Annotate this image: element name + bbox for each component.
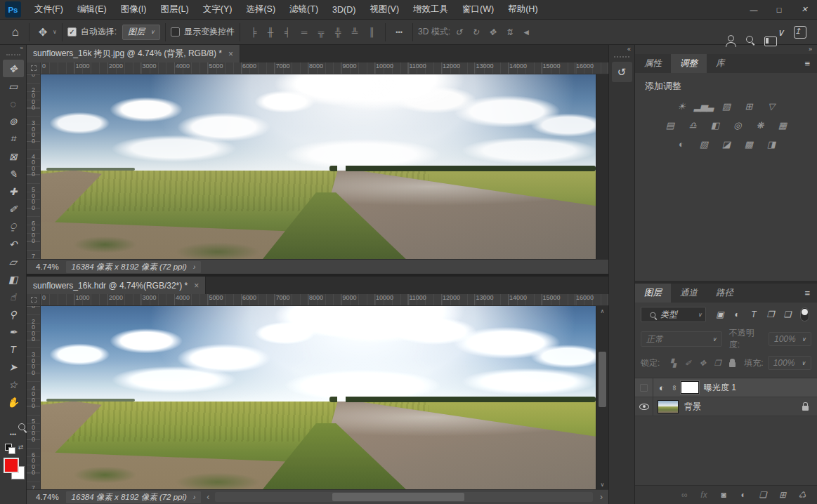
tool-marquee[interactable]: ▭ bbox=[3, 77, 24, 95]
layer-filter-dropdown[interactable]: 类型 ∨ bbox=[641, 307, 706, 322]
tool-smudge[interactable]: ☝ bbox=[3, 288, 24, 305]
adj-curves-icon[interactable]: ▨ bbox=[719, 100, 733, 112]
menu-item[interactable]: 图像(I) bbox=[114, 0, 154, 19]
align-middle-icon[interactable]: ╬ bbox=[329, 24, 346, 41]
layer-thumbnail[interactable] bbox=[658, 400, 679, 413]
adj-channel-mixer-icon[interactable]: ❋ bbox=[753, 119, 767, 131]
distribute-v-icon[interactable]: ║ bbox=[363, 24, 380, 41]
scroll-left-icon[interactable]: ‹ bbox=[201, 492, 215, 502]
filter-smart-objects-icon[interactable]: ❏ bbox=[780, 307, 795, 321]
lock-pixels-icon[interactable]: ✐ bbox=[683, 357, 693, 369]
adj-black-white-icon[interactable]: ◧ bbox=[708, 119, 722, 131]
align-left-icon[interactable]: ╞ bbox=[245, 24, 262, 41]
tool-dodge[interactable]: ⚲ bbox=[3, 305, 24, 323]
adj-gradient-map-icon[interactable]: ▩ bbox=[742, 138, 756, 150]
scroll-down-icon[interactable]: ∨ bbox=[601, 479, 605, 489]
doc2-hscroll-thumb[interactable] bbox=[332, 493, 464, 501]
adj-photo-filter-icon[interactable]: ◎ bbox=[731, 119, 745, 131]
visibility-toggle[interactable] bbox=[635, 378, 653, 397]
menu-item[interactable]: 图层(L) bbox=[153, 0, 195, 19]
swap-colors-icon[interactable]: ⇄ bbox=[18, 444, 24, 451]
doc2-dimensions[interactable]: 16384 像素 x 8192 像素 (72 ppi) › bbox=[66, 491, 202, 503]
share-icon[interactable]: ↥ bbox=[790, 23, 810, 41]
tool-crop[interactable]: ⌗ bbox=[3, 130, 24, 147]
layer-effects-icon[interactable]: fx bbox=[696, 488, 712, 502]
history-panel-icon[interactable]: ↺ bbox=[612, 62, 632, 82]
distribute-h-icon[interactable]: ═ bbox=[296, 24, 313, 41]
tool-hand[interactable]: ✋ bbox=[3, 393, 24, 411]
toolbar-grip[interactable] bbox=[6, 54, 20, 58]
maximize-button[interactable]: □ bbox=[766, 0, 792, 19]
canvas-doc1[interactable] bbox=[41, 74, 596, 259]
filter-shape-layers-icon[interactable]: ❒ bbox=[764, 307, 778, 321]
3d-roll-icon[interactable]: ↻ bbox=[467, 24, 484, 41]
3d-slide-icon[interactable]: ⇅ bbox=[501, 24, 518, 41]
filter-adjustment-layers-icon[interactable]: ◐ bbox=[730, 307, 744, 321]
tool-zoom[interactable] bbox=[3, 411, 24, 428]
align-top-icon[interactable]: ╦ bbox=[313, 24, 329, 41]
adj-posterize-icon[interactable]: ▧ bbox=[697, 138, 711, 150]
menu-item[interactable]: 3D(D) bbox=[325, 0, 362, 19]
lock-transparency-icon[interactable]: ▚ bbox=[668, 357, 678, 369]
panel-menu-icon[interactable]: ≡ bbox=[797, 54, 817, 73]
menu-item[interactable]: 选择(S) bbox=[239, 0, 282, 19]
doc1-dimensions[interactable]: 16384 像素 x 8192 像素 (72 ppi) › bbox=[66, 261, 202, 273]
link-layers-icon[interactable]: ∞ bbox=[677, 488, 692, 502]
adj-levels-icon[interactable]: ▂▅▃ bbox=[697, 100, 711, 112]
align-bottom-icon[interactable]: ╩ bbox=[346, 24, 363, 41]
filter-type-layers-icon[interactable]: T bbox=[747, 307, 761, 321]
tool-clone-stamp[interactable]: ⍜ bbox=[3, 218, 24, 235]
canvas-doc2[interactable] bbox=[41, 306, 596, 489]
adj-brightness-contrast-icon[interactable]: ☀ bbox=[674, 100, 688, 112]
new-group-icon[interactable]: ❏ bbox=[755, 488, 771, 502]
tool-object-selection[interactable]: ⊚ bbox=[3, 112, 24, 130]
tool-pen[interactable]: ✒ bbox=[3, 323, 24, 340]
tab-paths[interactable]: 路径 bbox=[707, 284, 743, 303]
3d-camera-icon[interactable]: ◄ bbox=[518, 24, 535, 41]
account-icon[interactable] bbox=[712, 23, 731, 41]
align-right-icon[interactable]: ╡ bbox=[279, 24, 296, 41]
ruler-origin-corner[interactable] bbox=[27, 294, 41, 306]
panel-menu-icon[interactable]: ≡ bbox=[797, 284, 817, 303]
filter-toggle[interactable] bbox=[797, 307, 811, 321]
menu-item[interactable]: 文字(Y) bbox=[196, 0, 240, 19]
visibility-toggle[interactable] bbox=[635, 397, 653, 416]
adj-color-balance-icon[interactable]: ♎ bbox=[686, 119, 700, 131]
tool-lasso[interactable]: ◌ bbox=[3, 95, 24, 112]
collapse-panels-icon[interactable]: « bbox=[609, 45, 634, 54]
tool-brush[interactable]: ✐ bbox=[3, 200, 24, 218]
edit-toolbar-icon[interactable]: ••• bbox=[3, 428, 24, 441]
doc2-vscroll-thumb[interactable] bbox=[599, 352, 606, 407]
menu-item[interactable]: 滤镜(T) bbox=[282, 0, 325, 19]
doc2-vertical-scrollbar[interactable]: ∧ ∨ bbox=[596, 306, 608, 489]
doc1-horizontal-ruler[interactable]: 0100020003000400050006000700080009000100… bbox=[41, 62, 608, 74]
doc2-tab[interactable]: sunflowers_16k.hdr @ 4.74%(RGB/32*) * × bbox=[27, 277, 206, 294]
tool-eraser[interactable]: ▱ bbox=[3, 253, 24, 270]
tool-gradient[interactable]: ◧ bbox=[3, 270, 24, 288]
tool-move[interactable]: ✥ bbox=[3, 60, 24, 77]
menu-item[interactable]: 帮助(H) bbox=[501, 0, 544, 19]
tool-type[interactable]: T bbox=[3, 340, 24, 358]
lock-position-icon[interactable]: ✥ bbox=[698, 357, 707, 369]
adj-vibrance-icon[interactable]: ▽ bbox=[764, 100, 778, 112]
doc1-vertical-scrollbar[interactable] bbox=[596, 74, 608, 259]
tab-adjustments[interactable]: 调整 bbox=[671, 54, 707, 73]
opacity-dropdown[interactable]: 100% ∨ bbox=[769, 332, 811, 346]
doc2-horizontal-ruler[interactable]: 0100020003000400050006000700080009000100… bbox=[41, 294, 608, 306]
tool-healing-brush[interactable]: ✚ bbox=[3, 183, 24, 200]
search-icon[interactable] bbox=[731, 23, 751, 41]
tab-layers[interactable]: 图层 bbox=[635, 284, 671, 303]
tool-frame[interactable]: ⊠ bbox=[3, 147, 24, 165]
lock-artboard-icon[interactable]: ❒ bbox=[712, 357, 722, 369]
doc1-zoom-level[interactable]: 4.74% bbox=[27, 263, 66, 271]
fill-dropdown[interactable]: 100% ∨ bbox=[768, 356, 811, 370]
ruler-origin-corner[interactable] bbox=[27, 62, 41, 74]
toolbar-expand-icon[interactable]: » bbox=[0, 45, 26, 54]
adjustment-layer-icon[interactable]: ◐ bbox=[653, 383, 670, 393]
layer-row-background[interactable]: 背景 bbox=[635, 397, 817, 416]
scroll-right-icon[interactable]: › bbox=[594, 492, 608, 502]
scroll-up-icon[interactable]: ∧ bbox=[601, 306, 605, 316]
tab-libraries[interactable]: 库 bbox=[707, 54, 734, 73]
layer-mask-thumbnail[interactable] bbox=[681, 381, 699, 394]
mask-link-icon[interactable]: ∞ bbox=[671, 383, 679, 392]
